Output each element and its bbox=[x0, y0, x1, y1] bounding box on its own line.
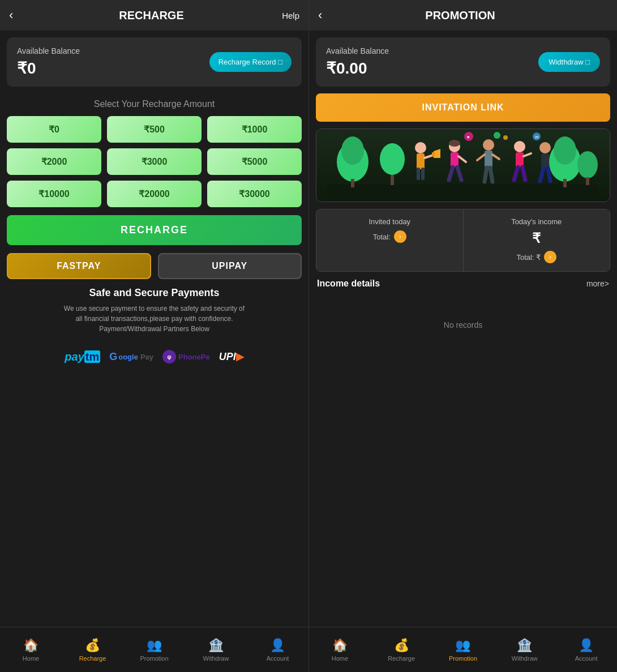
svg-point-24 bbox=[483, 139, 494, 151]
left-balance-card: Available Balance ₹0 Recharge Record □ bbox=[7, 37, 302, 87]
nav-withdraw-right[interactable]: 🏦 Withdraw bbox=[494, 627, 555, 672]
nav-account-left[interactable]: 👤 Account bbox=[247, 627, 308, 672]
home-icon-left: 🏠 bbox=[23, 638, 38, 653]
nav-recharge-label-left: Recharge bbox=[79, 655, 106, 662]
home-icon-right: 🏠 bbox=[332, 638, 348, 653]
promo-scene-svg: ♥ ✉ bbox=[327, 131, 599, 199]
amount-btn-8[interactable]: ₹30000 bbox=[207, 181, 302, 207]
left-balance-label: Available Balance bbox=[17, 46, 80, 55]
nav-withdraw-left[interactable]: 🏦 Withdraw bbox=[185, 627, 247, 672]
svg-point-2 bbox=[341, 136, 364, 165]
svg-point-9 bbox=[577, 151, 598, 178]
nav-promotion-right[interactable]: 👥 Promotion bbox=[432, 627, 494, 672]
svg-rect-31 bbox=[516, 152, 524, 167]
amount-btn-1[interactable]: ₹500 bbox=[107, 116, 202, 143]
left-page-title: RECHARGE bbox=[26, 9, 277, 22]
svg-line-34 bbox=[524, 153, 531, 156]
nav-recharge-label-right: Recharge bbox=[388, 655, 415, 662]
nav-home-left[interactable]: 🏠 Home bbox=[0, 627, 62, 672]
income-total-btn[interactable]: › bbox=[544, 251, 556, 263]
nav-home-label-left: Home bbox=[23, 655, 39, 662]
svg-rect-3 bbox=[351, 179, 354, 187]
account-icon-left: 👤 bbox=[270, 638, 285, 653]
right-panel: ‹ PROMOTION Available Balance ₹0.00 Widt… bbox=[308, 0, 617, 672]
withdraw-icon-right: 🏦 bbox=[517, 638, 532, 653]
recharge-button[interactable]: RECHARGE bbox=[7, 215, 302, 245]
left-panel: ‹ RECHARGE Help Available Balance ₹0 Rec… bbox=[0, 0, 308, 672]
back-button-right[interactable]: ‹ bbox=[318, 8, 335, 23]
svg-rect-10 bbox=[586, 177, 589, 185]
paytm-logo: paytm bbox=[65, 350, 100, 363]
svg-rect-17 bbox=[432, 152, 435, 157]
invitation-link-button[interactable]: INVITATION LINK bbox=[316, 93, 610, 122]
help-button[interactable]: Help bbox=[277, 11, 299, 20]
svg-rect-14 bbox=[421, 168, 425, 180]
svg-line-32 bbox=[514, 167, 518, 180]
right-balance-card: Available Balance ₹0.00 Widthdraw □ bbox=[316, 37, 610, 87]
svg-point-7 bbox=[554, 136, 576, 165]
back-button-left[interactable]: ‹ bbox=[9, 8, 26, 23]
svg-point-4 bbox=[380, 143, 405, 175]
svg-rect-13 bbox=[417, 168, 420, 180]
amount-btn-5[interactable]: ₹5000 bbox=[207, 148, 302, 175]
todays-income-box: Today's income ₹ Total: ₹ › bbox=[464, 209, 610, 271]
svg-line-21 bbox=[449, 167, 453, 180]
svg-point-41 bbox=[494, 132, 500, 139]
amount-grid: ₹0 ₹500 ₹1000 ₹2000 ₹3000 ₹5000 ₹10000 ₹… bbox=[0, 116, 308, 207]
recharge-icon-right: 💰 bbox=[394, 638, 409, 653]
svg-line-27 bbox=[490, 168, 492, 182]
svg-point-35 bbox=[539, 142, 551, 153]
svg-line-37 bbox=[540, 168, 543, 181]
right-balance-label: Available Balance bbox=[326, 46, 389, 55]
todays-income-label: Today's income bbox=[470, 217, 603, 226]
invited-total-btn[interactable]: › bbox=[394, 230, 406, 243]
amount-btn-7[interactable]: ₹20000 bbox=[107, 181, 202, 207]
svg-point-42 bbox=[503, 135, 508, 140]
nav-promotion-label-right: Promotion bbox=[449, 655, 477, 662]
upi-logo: UPI ▶ bbox=[219, 350, 244, 363]
promo-illustration: ♥ ✉ bbox=[316, 129, 610, 202]
nav-promotion-left[interactable]: 👥 Promotion bbox=[123, 627, 185, 672]
left-bottom-nav: 🏠 Home 💰 Recharge 👥 Promotion 🏦 Withdraw… bbox=[0, 627, 308, 672]
amount-btn-2[interactable]: ₹1000 bbox=[207, 116, 302, 143]
svg-rect-12 bbox=[417, 153, 425, 169]
svg-line-23 bbox=[459, 156, 466, 162]
upipay-button[interactable]: UPIPAY bbox=[158, 253, 302, 279]
left-balance-amount: ₹0 bbox=[17, 59, 80, 78]
safe-payments-section: Safe and Secure Payments We use secure p… bbox=[0, 287, 308, 343]
nav-promotion-label-left: Promotion bbox=[140, 655, 168, 662]
fastpay-button[interactable]: FASTPAY bbox=[7, 253, 151, 279]
income-details-label: Income details bbox=[317, 279, 380, 289]
nav-home-label-right: Home bbox=[332, 655, 348, 662]
promotion-icon-left: 👥 bbox=[147, 638, 162, 653]
nav-withdraw-label-right: Withdraw bbox=[512, 655, 538, 662]
invited-total: Total: › bbox=[323, 230, 456, 243]
svg-line-33 bbox=[522, 167, 525, 180]
amount-btn-0[interactable]: ₹0 bbox=[7, 116, 101, 143]
amount-btn-4[interactable]: ₹3000 bbox=[107, 148, 202, 175]
svg-rect-19 bbox=[451, 152, 459, 167]
nav-recharge-right[interactable]: 💰 Recharge bbox=[371, 627, 432, 672]
svg-rect-5 bbox=[391, 175, 394, 185]
right-balance-amount: ₹0.00 bbox=[326, 59, 389, 78]
gpay-logo: G oogle Pay bbox=[109, 351, 153, 363]
right-page-title: PROMOTION bbox=[335, 9, 585, 22]
left-header: ‹ RECHARGE Help bbox=[0, 0, 308, 31]
svg-rect-8 bbox=[563, 179, 567, 187]
select-amount-title: Select Your Recharge Amount bbox=[0, 99, 308, 109]
recharge-record-button[interactable]: Recharge Record □ bbox=[209, 52, 292, 72]
invited-today-label: Invited today bbox=[323, 217, 456, 226]
more-link[interactable]: more> bbox=[586, 279, 609, 288]
withdraw-icon-left: 🏦 bbox=[208, 638, 224, 653]
withdraw-button[interactable]: Widthdraw □ bbox=[538, 52, 600, 72]
phonepe-logo: φ PhonePe bbox=[162, 350, 210, 363]
nav-account-label-right: Account bbox=[575, 655, 598, 662]
amount-btn-3[interactable]: ₹2000 bbox=[7, 148, 101, 175]
amount-btn-6[interactable]: ₹10000 bbox=[7, 181, 101, 207]
svg-rect-25 bbox=[485, 151, 492, 168]
svg-point-11 bbox=[415, 142, 426, 153]
nav-withdraw-label-left: Withdraw bbox=[203, 655, 229, 662]
nav-home-right[interactable]: 🏠 Home bbox=[309, 627, 371, 672]
nav-recharge-left[interactable]: 💰 Recharge bbox=[62, 627, 123, 672]
nav-account-right[interactable]: 👤 Account bbox=[555, 627, 617, 672]
